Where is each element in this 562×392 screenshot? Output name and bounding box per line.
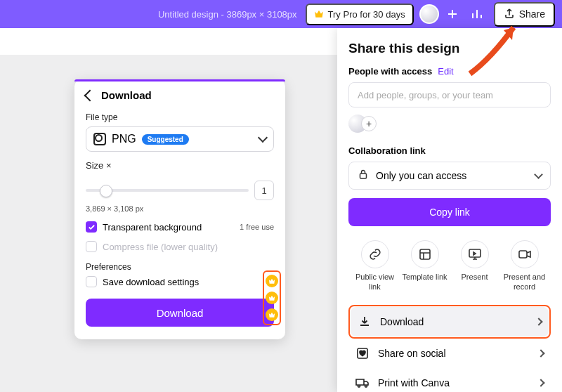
- public-view-link-action[interactable]: Public view link: [350, 240, 400, 292]
- suggested-badge: Suggested: [142, 134, 189, 145]
- analytics-icon[interactable]: [466, 3, 488, 25]
- save-settings-checkbox[interactable]: [86, 276, 97, 287]
- file-type-label: File type: [86, 112, 274, 122]
- top-bar: Untitled design - 3869px × 3108px Try Pr…: [0, 0, 562, 28]
- compress-checkbox[interactable]: [86, 241, 97, 252]
- transparent-bg-label: Transparent background: [103, 222, 202, 233]
- free-use-label: 1 free use: [240, 223, 274, 231]
- download-button[interactable]: Download: [86, 299, 274, 327]
- download-title: Download: [101, 89, 152, 101]
- present-label: Present: [450, 273, 499, 282]
- copy-link-button[interactable]: Copy link: [348, 198, 551, 226]
- template-link-action[interactable]: Template link: [400, 240, 450, 292]
- file-type-value: PNG: [112, 133, 136, 145]
- share-button[interactable]: Share: [494, 2, 555, 27]
- chevron-right-icon: [537, 379, 544, 386]
- people-access-label: People with access: [348, 66, 432, 77]
- share-title: Share this design: [348, 41, 551, 56]
- menu-share-social[interactable]: Share on social: [348, 339, 551, 368]
- dimensions-label: 3,869 × 3,108 px: [86, 204, 274, 213]
- edit-access-link[interactable]: Edit: [438, 66, 453, 77]
- crown-icon: [314, 10, 324, 18]
- menu-share-social-label: Share on social: [378, 348, 446, 359]
- size-value[interactable]: 1: [254, 181, 274, 200]
- svg-rect-1: [420, 249, 430, 259]
- public-view-label: Public view link: [350, 273, 400, 292]
- add-people-input[interactable]: [348, 82, 551, 107]
- document-title: Untitled design - 3869px × 3108px: [158, 9, 297, 20]
- present-record-label: Present and record: [499, 273, 549, 292]
- menu-print-canva-label: Print with Canva: [378, 377, 450, 388]
- download-icon: [358, 315, 372, 329]
- crown-icon: [266, 275, 278, 287]
- heart-icon: [355, 346, 370, 360]
- chevron-right-icon: [535, 318, 542, 325]
- pro-feature-highlight: [263, 270, 281, 325]
- size-slider[interactable]: [86, 189, 249, 192]
- preferences-label: Preferences: [86, 262, 274, 272]
- chevron-down-icon: [534, 170, 543, 179]
- crown-icon: [266, 308, 278, 321]
- lock-icon: [358, 169, 369, 183]
- access-select[interactable]: Only you can access: [348, 162, 551, 190]
- chevron-down-icon: [258, 133, 268, 143]
- present-record-action[interactable]: Present and record: [499, 240, 549, 292]
- download-panel: Download File type PNG Suggested Size × …: [74, 79, 285, 339]
- present-action[interactable]: Present: [450, 240, 499, 292]
- share-panel: Share this design People with access Edi…: [337, 28, 562, 392]
- svg-rect-0: [360, 174, 367, 178]
- menu-download[interactable]: Download: [351, 307, 549, 337]
- size-label: Size ×: [86, 160, 274, 171]
- template-link-label: Template link: [400, 273, 450, 282]
- share-label: Share: [519, 8, 545, 20]
- upload-icon: [504, 8, 515, 21]
- add-person-button[interactable]: +: [361, 116, 377, 131]
- back-icon[interactable]: [84, 89, 96, 101]
- crown-icon: [266, 292, 278, 304]
- transparent-bg-checkbox[interactable]: [86, 221, 97, 233]
- access-value: Only you can access: [376, 170, 466, 181]
- collab-link-label: Collaboration link: [348, 145, 426, 156]
- svg-rect-3: [519, 251, 527, 258]
- try-pro-button[interactable]: Try Pro for 30 days: [306, 4, 414, 25]
- chevron-right-icon: [537, 349, 544, 357]
- image-icon: [93, 133, 106, 145]
- truck-icon: [355, 376, 370, 390]
- add-icon[interactable]: [445, 3, 460, 25]
- avatar[interactable]: [419, 4, 439, 24]
- save-settings-label: Save download settings: [103, 277, 199, 287]
- download-highlight: Download: [348, 305, 551, 339]
- menu-download-label: Download: [380, 316, 424, 327]
- file-type-select[interactable]: PNG Suggested: [86, 126, 274, 152]
- try-pro-label: Try Pro for 30 days: [328, 9, 405, 20]
- compress-label: Compress file (lower quality): [103, 242, 218, 252]
- menu-print-canva[interactable]: Print with Canva: [348, 368, 551, 393]
